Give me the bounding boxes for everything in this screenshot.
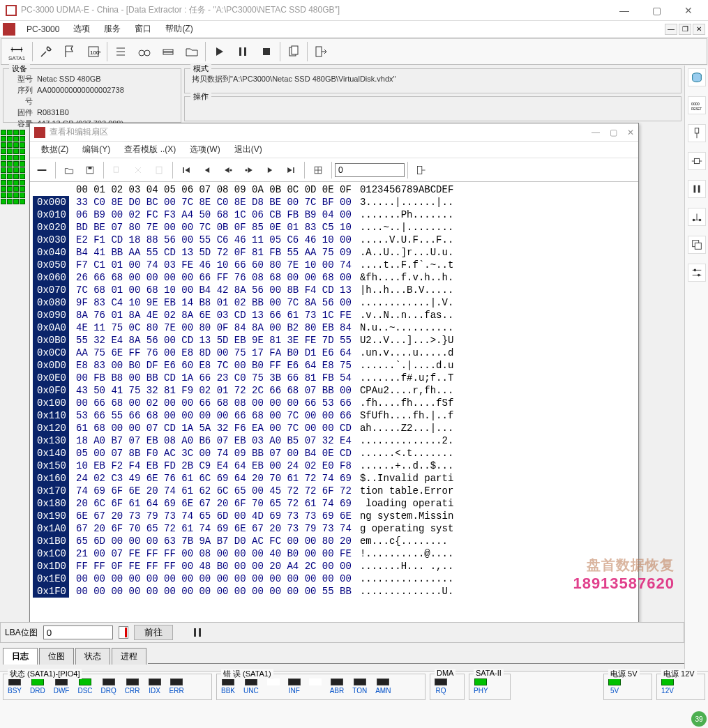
mode-groupbox: 模式 拷贝数据到"A:\PC3000\Netac SSD 480GB\Virtu… <box>184 68 681 93</box>
lba-end-marker[interactable] <box>119 626 128 639</box>
stop-icon[interactable] <box>255 40 278 63</box>
svg-rect-52 <box>693 185 695 193</box>
hex-dump-area[interactable]: 0x0000x0100x0200x0300x0400x0500x0600x070… <box>30 182 638 623</box>
svg-rect-42 <box>194 628 196 637</box>
svg-marker-31 <box>225 167 229 173</box>
pause-icon[interactable] <box>231 40 255 63</box>
tab-2[interactable]: 状态 <box>75 648 110 665</box>
tab-0[interactable]: 日志 <box>3 648 38 665</box>
svg-point-11 <box>139 50 144 56</box>
hex-first-icon[interactable] <box>176 160 197 180</box>
device-groupbox: 设备 型号Netac SSD 480GB序列号AA000000000000002… <box>3 68 181 123</box>
workarea: 设备 型号Netac SSD 480GB序列号AA000000000000002… <box>0 66 684 672</box>
tab-3[interactable]: 进程 <box>112 648 146 665</box>
svg-text:0000: 0000 <box>691 102 699 106</box>
exit-icon[interactable] <box>309 40 333 63</box>
svg-rect-1 <box>7 6 15 15</box>
svg-rect-37 <box>293 167 294 173</box>
hex-menu-data[interactable]: 数据(Z) <box>34 144 75 156</box>
svg-rect-49 <box>694 158 699 163</box>
settings-icon[interactable] <box>688 264 706 282</box>
svg-rect-25 <box>89 167 92 169</box>
lba-go-button[interactable]: 前往 <box>134 625 173 640</box>
hex-app-icon <box>34 127 45 138</box>
svg-rect-22 <box>34 127 45 138</box>
watermark: 盘首数据恢复 18913587620 <box>573 556 675 593</box>
hex-cut-icon[interactable] <box>128 160 149 180</box>
play-icon[interactable] <box>207 40 231 63</box>
maximize-button[interactable]: ▢ <box>647 5 666 16</box>
reset-icon[interactable]: 0000RESET <box>688 96 706 114</box>
hex-copy-icon[interactable] <box>107 160 128 180</box>
window-title: PC-3000 UDMA-E - China - [Data Extractor… <box>21 4 615 16</box>
minimize-button[interactable]: — <box>615 5 634 16</box>
svg-marker-36 <box>287 167 292 173</box>
hex-open-icon[interactable] <box>59 160 80 180</box>
hex-next-icon[interactable] <box>259 160 280 180</box>
app-icon <box>6 5 17 16</box>
menu-help[interactable]: 帮助(Z) <box>158 23 199 35</box>
status-strip: 状态 (SATA1)-[PIO4] BSYDRDDWFDSCDRQCRRIDXE… <box>0 671 708 728</box>
svg-rect-27 <box>156 167 162 174</box>
svg-marker-29 <box>185 167 189 173</box>
close-button[interactable]: ✕ <box>679 5 698 16</box>
chip-icon[interactable] <box>688 152 706 170</box>
menu-window[interactable]: 窗口 <box>128 23 158 35</box>
tab-1[interactable]: 位图 <box>39 648 74 665</box>
percent-icon[interactable]: 100% <box>82 40 105 63</box>
power12-group: 电源 12V 12V <box>656 674 705 700</box>
hex-prev-mark-icon[interactable] <box>218 160 239 180</box>
app-icon-small <box>3 23 15 36</box>
hex-next-mark-icon[interactable] <box>239 160 259 180</box>
svg-point-63 <box>697 274 700 277</box>
svg-text:RESET: RESET <box>691 107 701 111</box>
bus-icon[interactable] <box>688 208 706 226</box>
window-icon[interactable] <box>688 236 706 254</box>
tools-icon[interactable] <box>34 40 58 63</box>
copy-icon[interactable] <box>282 40 306 63</box>
child-restore[interactable]: ❐ <box>679 24 691 35</box>
svg-rect-14 <box>163 52 173 54</box>
svg-rect-53 <box>698 185 700 193</box>
hex-menu-template[interactable]: 查看模版 ..(X) <box>117 144 183 156</box>
binoculars-icon[interactable] <box>133 40 156 63</box>
folder-open-icon[interactable] <box>180 40 204 63</box>
plug-icon[interactable] <box>688 124 706 142</box>
hex-close[interactable]: ✕ <box>627 128 634 137</box>
hex-connector-icon[interactable] <box>31 160 52 180</box>
child-minimize[interactable]: — <box>665 24 677 35</box>
svg-rect-21 <box>316 47 322 56</box>
list-icon[interactable] <box>109 40 133 63</box>
lba-pause-icon[interactable] <box>193 628 202 637</box>
flag-icon[interactable] <box>58 40 82 63</box>
svg-rect-16 <box>239 47 241 56</box>
hex-exit-icon[interactable] <box>411 160 432 180</box>
lba-input[interactable] <box>43 625 113 639</box>
menu-options[interactable]: 选项 <box>66 23 97 35</box>
hex-save-icon[interactable] <box>80 160 100 180</box>
hex-goto-input[interactable] <box>335 163 405 177</box>
menu-service[interactable]: 服务 <box>97 23 128 35</box>
svg-marker-30 <box>205 167 209 173</box>
sata-port-button[interactable]: SATA1 <box>3 40 31 63</box>
svg-rect-43 <box>199 628 201 637</box>
child-close[interactable]: ✕ <box>693 24 705 35</box>
svg-marker-35 <box>268 167 272 173</box>
svg-rect-47 <box>695 128 698 133</box>
hex-paste-icon[interactable] <box>149 160 170 180</box>
hex-menu-options[interactable]: 选项(W) <box>183 144 227 156</box>
hex-prev-icon[interactable] <box>197 160 218 180</box>
hex-minimize[interactable]: — <box>592 128 600 137</box>
hex-menu-edit[interactable]: 编辑(Y) <box>75 144 117 156</box>
hex-last-icon[interactable] <box>280 160 301 180</box>
hex-maximize[interactable]: ▢ <box>610 128 617 137</box>
pause-side-icon[interactable] <box>688 180 706 198</box>
hex-menu-exit[interactable]: 退出(V) <box>227 144 269 156</box>
hex-grid-icon[interactable] <box>308 160 329 180</box>
disk-icon[interactable] <box>688 68 706 86</box>
outer-titlebar: PC-3000 UDMA-E - China - [Data Extractor… <box>0 0 708 21</box>
stack-icon[interactable] <box>156 40 180 63</box>
main-toolbar: SATA1 100% <box>1 38 707 65</box>
svg-point-62 <box>693 269 696 272</box>
app-label[interactable]: PC-3000 <box>20 24 66 34</box>
